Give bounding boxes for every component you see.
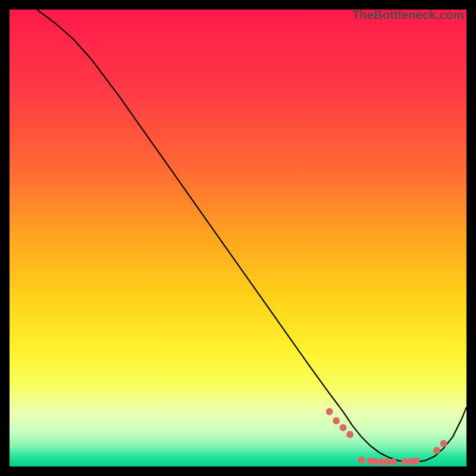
bottleneck-chart	[10, 10, 466, 466]
curve-marker	[390, 458, 397, 465]
curve-marker	[383, 458, 390, 465]
curve-marker	[401, 458, 408, 465]
curve-marker	[440, 440, 447, 447]
curve-marker	[333, 417, 340, 424]
curve-marker	[371, 458, 378, 465]
curve-marker	[433, 447, 440, 454]
watermark-text: TheBottleneck.com	[352, 8, 464, 22]
curve-marker	[413, 458, 420, 465]
curve-marker	[340, 424, 347, 431]
gradient-background	[10, 10, 466, 466]
curve-marker	[358, 456, 365, 464]
curve-marker	[326, 408, 333, 415]
curve-marker	[346, 431, 353, 438]
chart-frame: TheBottleneck.com	[10, 10, 466, 466]
